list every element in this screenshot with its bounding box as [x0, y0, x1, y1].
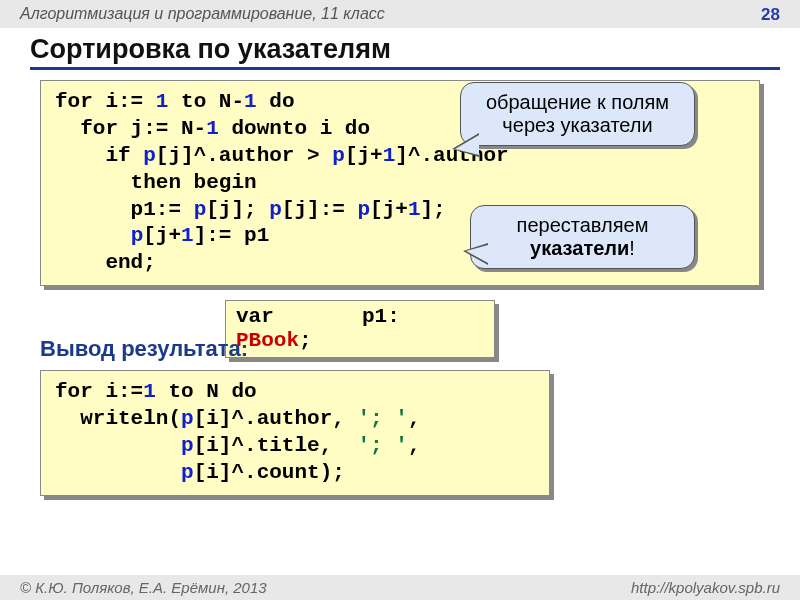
slide-title: Сортировка по указателям	[30, 34, 780, 70]
var-declaration-box: var p1: PBook;	[225, 300, 495, 358]
callout-field-access: обращение к полям через указатели	[460, 82, 695, 146]
code-block-output: for i:=1 to N do writeln(p[i]^.author, '…	[40, 370, 550, 496]
subheading-output: Вывод результата:	[40, 336, 248, 362]
copyright-label: © К.Ю. Поляков, Е.А. Ерёмин, 2013	[20, 579, 267, 596]
source-url-label: http://kpolyakov.spb.ru	[631, 579, 780, 596]
page-number: 28	[761, 5, 780, 25]
bubble1-tail	[455, 135, 479, 155]
bubble2-tail	[466, 245, 488, 263]
slide-header: Алгоритмизация и программирование, 11 кл…	[0, 0, 800, 28]
course-label: Алгоритмизация и программирование, 11 кл…	[20, 5, 385, 25]
slide-footer: © К.Ю. Поляков, Е.А. Ерёмин, 2013 http:/…	[0, 575, 800, 600]
callout-swap-pointers: переставляем указатели!	[470, 205, 695, 269]
